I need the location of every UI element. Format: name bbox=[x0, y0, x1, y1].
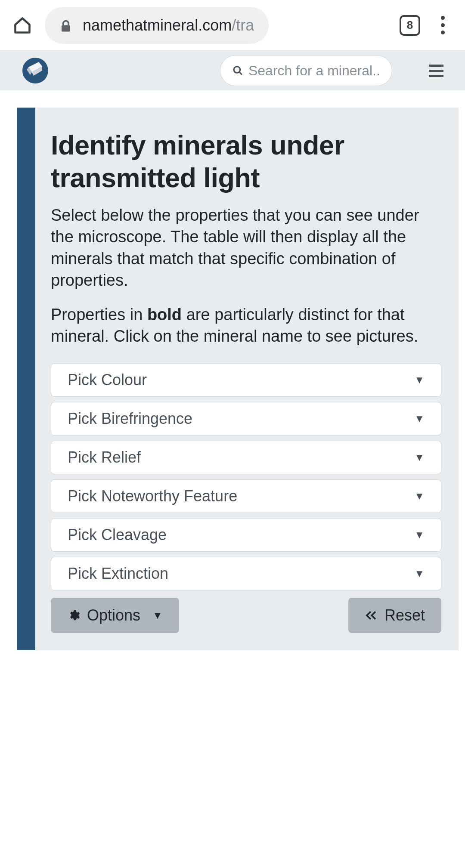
options-button-label: Options bbox=[87, 606, 140, 624]
dropdown-list: Pick Colour ▼ Pick Birefringence ▼ Pick … bbox=[51, 363, 441, 590]
dropdown-extinction[interactable]: Pick Extinction ▼ bbox=[51, 557, 441, 590]
dropdown-relief[interactable]: Pick Relief ▼ bbox=[51, 441, 441, 474]
dropdown-label: Pick Relief bbox=[68, 448, 141, 466]
reset-button-label: Reset bbox=[384, 606, 425, 624]
browser-menu-icon[interactable] bbox=[433, 16, 452, 35]
search-icon bbox=[232, 65, 243, 77]
gear-icon bbox=[67, 609, 80, 622]
dropdown-label: Pick Cleavage bbox=[68, 526, 167, 544]
url-text: namethatmineral.com/trans bbox=[83, 16, 254, 34]
url-path: /trans bbox=[232, 16, 254, 34]
double-chevron-left-icon bbox=[365, 609, 378, 622]
intro-paragraph-2: Properties in bold are particularly dist… bbox=[51, 304, 441, 347]
svg-point-2 bbox=[234, 67, 240, 73]
svg-rect-0 bbox=[62, 25, 70, 31]
chevron-down-icon: ▼ bbox=[414, 490, 425, 502]
tab-count-value: 8 bbox=[407, 19, 413, 32]
dropdown-noteworthy-feature[interactable]: Pick Noteworthy Feature ▼ bbox=[51, 479, 441, 513]
dropdown-birefringence[interactable]: Pick Birefringence ▼ bbox=[51, 402, 441, 436]
tab-count-badge[interactable]: 8 bbox=[400, 15, 420, 36]
options-button[interactable]: Options ▼ bbox=[51, 598, 179, 633]
search-input[interactable] bbox=[248, 63, 380, 79]
identify-panel: Identify minerals under transmitted ligh… bbox=[17, 108, 459, 650]
dropdown-label: Pick Noteworthy Feature bbox=[68, 487, 237, 505]
chevron-down-icon: ▼ bbox=[414, 568, 425, 580]
chevron-down-icon: ▼ bbox=[414, 451, 425, 463]
dropdown-label: Pick Colour bbox=[68, 371, 147, 389]
search-container[interactable] bbox=[220, 55, 392, 86]
button-row: Options ▼ Reset bbox=[51, 598, 441, 633]
reset-button[interactable]: Reset bbox=[348, 598, 441, 633]
svg-line-3 bbox=[239, 72, 242, 74]
page-title: Identify minerals under transmitted ligh… bbox=[51, 129, 441, 194]
url-host: namethatmineral.com bbox=[83, 16, 232, 34]
site-header bbox=[0, 51, 465, 90]
lock-icon bbox=[59, 19, 72, 32]
chevron-down-icon: ▼ bbox=[414, 529, 425, 541]
browser-bar: namethatmineral.com/trans 8 bbox=[0, 0, 465, 51]
chevron-down-icon: ▼ bbox=[414, 374, 425, 386]
url-bar[interactable]: namethatmineral.com/trans bbox=[45, 7, 269, 44]
chevron-down-icon: ▼ bbox=[414, 413, 425, 425]
home-icon[interactable] bbox=[13, 16, 32, 35]
caret-down-icon: ▼ bbox=[152, 609, 163, 621]
dropdown-label: Pick Birefringence bbox=[68, 410, 192, 428]
hamburger-menu-icon[interactable] bbox=[429, 65, 443, 77]
main-content: Identify minerals under transmitted ligh… bbox=[0, 90, 465, 650]
dropdown-label: Pick Extinction bbox=[68, 565, 168, 583]
site-logo[interactable] bbox=[22, 58, 48, 83]
dropdown-cleavage[interactable]: Pick Cleavage ▼ bbox=[51, 518, 441, 552]
dropdown-colour[interactable]: Pick Colour ▼ bbox=[51, 363, 441, 397]
intro-paragraph-1: Select below the properties that you can… bbox=[51, 204, 441, 291]
